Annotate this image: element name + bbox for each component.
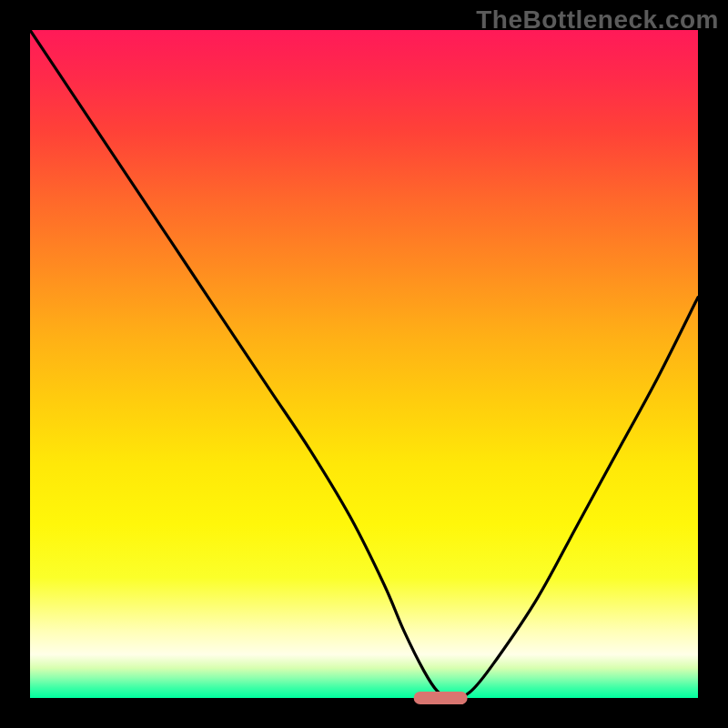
bottleneck-curve [30, 30, 698, 698]
optimal-marker [414, 692, 468, 704]
plot-area [30, 30, 698, 698]
chart-frame: TheBottleneck.com [0, 0, 728, 728]
